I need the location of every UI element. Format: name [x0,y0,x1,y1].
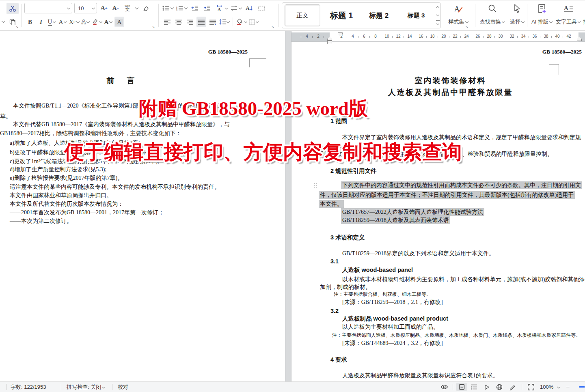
subscript-button[interactable]: X2 [69,17,80,27]
style-heading3[interactable]: 标题 3 [397,5,435,26]
gallery-more-button[interactable] [436,20,440,25]
search-icon[interactable] [488,4,497,13]
increase-font-button[interactable]: A+ [99,3,109,13]
decrease-font-button[interactable]: A− [111,3,121,13]
page-left[interactable]: GB 18580—2025 前 言 本文件按照GB/T1.1—2020《标准化工… [0,31,285,381]
zoom-value: 100% [540,384,553,390]
outline-view-button[interactable] [469,382,479,392]
highlight-button[interactable] [92,17,102,27]
bullet-list-button[interactable] [162,3,174,13]
highlighted-line: 本文件。 [319,200,344,208]
align-left-icon [164,19,171,25]
style-set-icon[interactable]: A [453,4,464,14]
paragraph-drag-handle[interactable] [314,183,317,189]
play-icon [484,384,490,390]
chevron-down-icon [244,20,247,24]
paste-dropdown-chevron[interactable] [2,20,5,23]
style-heading2[interactable]: 标题 2 [360,5,397,26]
divider [21,4,22,27]
zoom-dropdown[interactable] [556,382,560,392]
distribute-button[interactable] [208,17,218,27]
font-name-combobox[interactable] [24,3,72,13]
zoom-slider[interactable] [579,386,585,388]
font-size-combobox[interactable]: 10 [74,3,97,13]
gallery-scroll-down[interactable] [436,13,439,16]
text-tool-icon[interactable]: A [563,4,574,13]
style-normal[interactable]: 正文 [285,4,320,26]
select-button[interactable]: 选择 [507,18,527,26]
cursor-select-icon[interactable] [513,4,522,13]
text-effects-button[interactable]: A [81,17,91,27]
align-right-button[interactable] [185,17,195,27]
spell-check-toggle[interactable]: 拼写检查: 关闭 [67,382,105,392]
align-center-button[interactable] [174,17,183,27]
foreword-title: 前 言 [81,75,162,86]
clipboard-group-expander[interactable]: ↘ [15,25,19,29]
zoom-out-button[interactable]: − [566,382,570,392]
increase-indent-button[interactable] [202,3,212,13]
font-color-button[interactable]: A [104,17,113,27]
font-size-value: 10 [78,5,84,11]
shading-button[interactable] [236,17,247,27]
zoom-level[interactable]: 100% [540,382,553,392]
fit-page-button[interactable] [526,382,536,392]
numbered-list-button[interactable]: 123 [176,3,188,13]
cut-button[interactable] [6,3,19,14]
decrease-indent-button[interactable] [190,3,200,13]
font-group-expander[interactable]: ↘ [152,25,155,29]
sort-button[interactable]: A [244,3,254,13]
clipped-toolbar-item[interactable]: 排 [583,18,585,26]
clear-format-button[interactable] [140,3,150,13]
text-tool-button[interactable]: 文字工具 [553,18,584,26]
horizontal-ruler[interactable]: 4 2 2 4 6 8 10 12 14 16 18 20 22 24 26 2… [291,32,585,42]
page-view-button[interactable] [456,383,467,391]
gallery-scroll [435,4,440,27]
character-scale-button[interactable]: A [214,3,224,13]
justify-button[interactable] [196,17,206,27]
style-heading1[interactable]: 标题 1 [323,5,360,26]
chevron-down-icon [64,20,67,24]
web-layout-button[interactable] [494,382,505,392]
scale-dropdown-chevron[interactable] [225,6,228,10]
letter-a: A [104,19,108,26]
left-indent-marker[interactable] [327,41,332,44]
list-item: d)增加了生产质量控制方法要求(见5.3); [10,166,106,173]
word-count[interactable]: 字数: 122/1953 [11,382,46,392]
ink-pen-button[interactable] [507,382,518,392]
line-spacing-button[interactable] [219,17,230,27]
chevron-down-icon [239,6,242,10]
phonetic-dropdown-chevron[interactable] [135,6,138,10]
highlighted-line: 下列文件中的内容通过文中的规范性引用而构成本文件必不可少的条款。其中，注日期的引… [341,182,582,189]
find-replace-button[interactable]: 查找替换 [477,18,507,26]
shaded-a: A [115,19,123,26]
page-gap [285,31,291,381]
scissors-icon [9,5,16,12]
ai-layout-icon[interactable] [537,4,547,14]
read-mode-button[interactable] [481,382,492,392]
italic-button[interactable]: I [36,17,46,27]
numbered-list-icon: 123 [176,5,183,11]
ai-layout-button[interactable]: AI 排版 [528,18,556,26]
globe-icon [496,384,503,390]
term-number: 3.1 [330,258,339,265]
show-marks-button[interactable] [257,3,266,13]
strikethrough-button[interactable]: A [58,17,68,27]
page-right[interactable]: GB 18580—2025 室内装饰装修材料 人造板及其制品中甲醛释放限量 1 … [291,31,585,381]
phonetic-guide-button[interactable]: wén 文 [123,3,132,13]
divider [112,384,112,390]
chevron-down-icon [578,20,581,24]
paragraph-group-expander[interactable]: ↘ [271,25,274,29]
wps-writer-window: ↘ 10 A+ A− wén 文 B [0,0,585,392]
eye-protect-button[interactable] [438,382,450,392]
underline-button[interactable]: U [47,17,57,27]
borders-button[interactable] [249,17,259,27]
gallery-scroll-up[interactable] [436,6,439,9]
body-line: 以人造板为主要材料加工而成的产品。 [342,323,439,331]
character-shading-button[interactable]: A [114,17,124,27]
convert-swap-button[interactable] [231,3,242,13]
page-view-icon [459,384,465,390]
bold-button[interactable]: B [25,17,35,27]
align-left-button[interactable] [162,17,172,27]
proofread-button[interactable]: 校对 [118,382,128,392]
styleset-group-expander[interactable]: ↘ [465,25,468,29]
